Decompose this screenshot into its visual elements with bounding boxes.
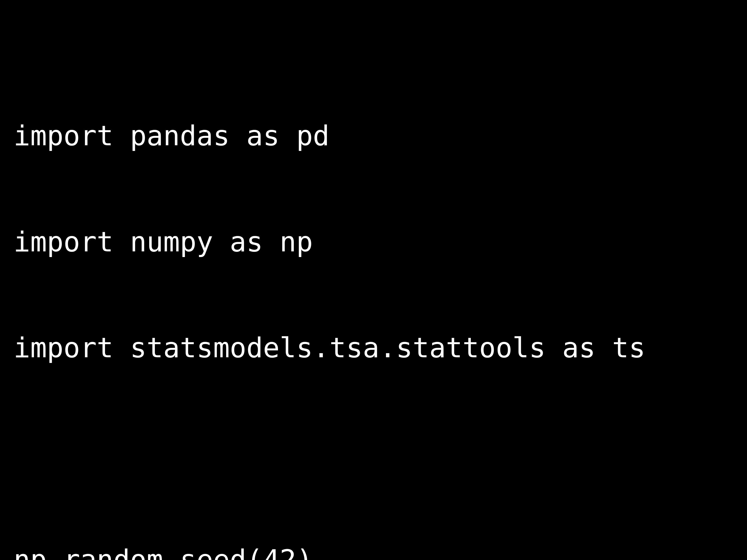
code-line: import statsmodels.tsa.stattools as ts	[14, 330, 662, 366]
code-line: np.random.seed(42)	[14, 542, 662, 560]
code-line	[14, 436, 662, 472]
code-block: import pandas as pd import numpy as np i…	[14, 48, 662, 560]
code-line: import pandas as pd	[14, 118, 662, 153]
code-line: import numpy as np	[14, 224, 662, 260]
